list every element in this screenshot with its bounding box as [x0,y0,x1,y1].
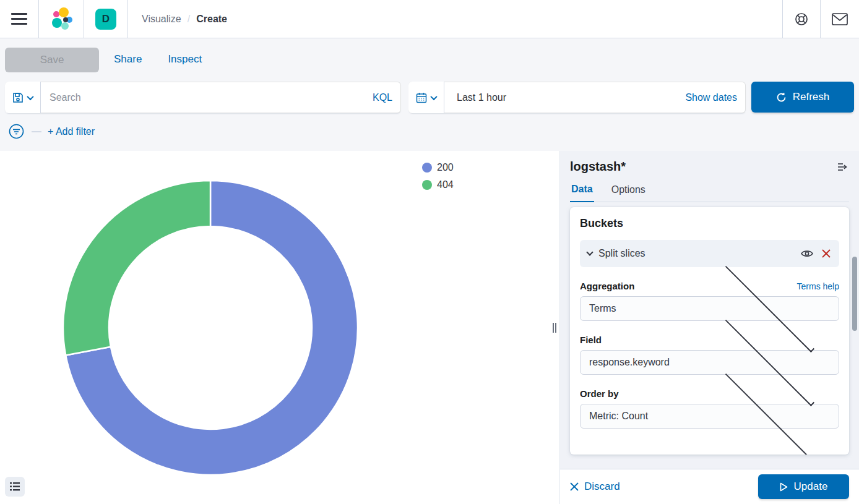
hamburger-icon [11,13,27,25]
legend-dot-404 [422,180,432,190]
newsfeed-button[interactable] [821,0,859,38]
donut-chart[interactable] [62,179,359,476]
date-quick-select-button[interactable] [408,82,444,113]
legend-dot-200 [422,163,432,173]
time-picker: Last 1 hour Show dates [408,82,746,113]
eye-icon [801,249,813,258]
space-selector[interactable]: D [84,0,127,38]
legend-item-404[interactable]: 404 [422,179,454,190]
search-input[interactable] [41,82,364,113]
close-icon [570,482,579,491]
help-icon [794,12,809,27]
menu-button[interactable] [0,0,38,38]
discard-label: Discard [584,481,620,493]
buckets-card: Buckets Split slices [570,207,849,455]
editor-tabs: Data Options [570,184,849,202]
update-button[interactable]: Update [758,474,849,499]
field-select[interactable]: response.keyword [580,350,839,375]
refresh-label: Refresh [793,91,830,103]
filter-menu-button[interactable] [7,122,25,140]
inspect-button[interactable]: Inspect [168,53,202,66]
mail-icon [832,13,848,25]
breadcrumb-current: Create [196,14,227,25]
refresh-button[interactable]: Refresh [751,82,854,113]
saved-query-menu-button[interactable] [5,82,41,113]
refresh-icon [776,92,787,103]
chevron-down-icon [27,93,33,100]
donut-slice-404[interactable] [63,181,210,356]
aggregation-select[interactable]: Terms [580,296,839,321]
tab-data[interactable]: Data [570,184,594,202]
filter-icon [9,124,24,139]
kibana-visualize-create: D Visualize / Create [0,0,859,504]
aggregation-label: Aggregation [580,281,634,291]
panel-resize-handle[interactable] [551,322,558,334]
save-query-icon [12,92,24,103]
elastic-logo-button[interactable] [39,0,84,38]
toggle-visibility-button[interactable] [800,248,814,259]
time-range-value[interactable]: Last 1 hour [444,82,676,113]
toolbar-links: Share Inspect [114,53,202,66]
toggle-legend-button[interactable] [5,477,25,497]
split-slices-row[interactable]: Split slices [580,240,839,267]
chevron-down-icon [725,371,814,455]
space-badge: D [95,9,116,30]
chevron-down-icon [430,93,437,100]
legend-label: 404 [437,179,454,190]
buckets-title: Buckets [580,217,839,230]
query-language-button[interactable]: KQL [364,82,401,113]
terms-help-link[interactable]: Terms help [797,281,839,291]
save-button[interactable]: Save [5,48,99,72]
editor-panel-header: logstash* Data Options [560,151,859,202]
breadcrumb-visualize[interactable]: Visualize [142,14,181,25]
calendar-icon [416,92,427,103]
editor-footer: Discard Update [560,469,859,504]
tab-options[interactable]: Options [610,184,647,202]
top-header: D Visualize / Create [0,0,859,38]
update-label: Update [794,481,828,493]
query-bar: KQL [5,82,401,113]
order-by-value: Metric: Count [589,411,709,422]
collapse-panel-button[interactable] [835,161,849,173]
play-icon [780,482,788,492]
panel-scrollbar[interactable] [852,257,857,331]
share-button[interactable]: Share [114,53,142,66]
chevron-down-icon[interactable] [586,249,593,255]
visualization-area: 200 404 [0,151,560,504]
discard-button[interactable]: Discard [570,481,620,493]
legend-item-200[interactable]: 200 [422,162,454,173]
remove-bucket-button[interactable] [821,248,832,259]
close-icon [822,249,831,258]
bucket-label: Split slices [598,248,793,259]
filter-divider [32,131,41,132]
collapse-panel-icon [837,162,848,172]
breadcrumb-separator: / [188,14,190,25]
order-by-label: Order by [580,388,619,399]
index-pattern-title: logstash* [570,160,626,174]
show-dates-button[interactable]: Show dates [676,82,746,113]
aggregation-value: Terms [589,303,709,314]
editor-panel: logstash* Data Options [560,151,859,504]
filter-bar: + Add filter [7,122,95,140]
chart-legend: 200 404 [422,162,454,190]
field-value: response.keyword [589,357,709,368]
list-icon [10,482,20,491]
field-label: Field [580,335,602,345]
elastic-logo-icon [50,7,72,32]
breadcrumb: Visualize / Create [128,0,233,38]
content-area: 200 404 [0,151,859,504]
legend-label: 200 [437,162,454,173]
help-button[interactable] [783,0,820,38]
order-by-select[interactable]: Metric: Count [580,404,839,429]
add-filter-button[interactable]: + Add filter [48,126,95,137]
aggregation-block: Aggregation Terms help Terms [580,281,839,321]
